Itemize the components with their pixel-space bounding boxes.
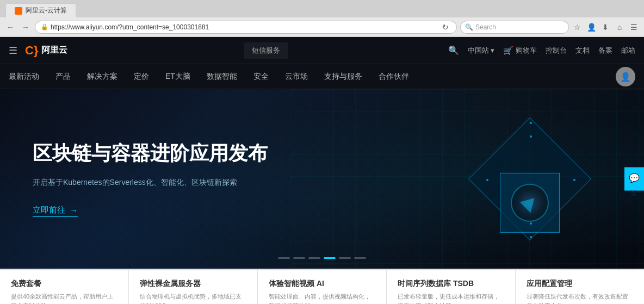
tab-label: 阿里云-云计算 (26, 6, 67, 15)
slide-indicators (278, 257, 366, 259)
dot-top (530, 135, 532, 138)
card-title-free: 免费套餐 (11, 279, 117, 289)
indicator-2[interactable] (293, 257, 305, 259)
browser-actions: 🔍 Search ☆ 👤 ⬇ ⌂ ☰ (460, 21, 640, 34)
card-bare-metal[interactable]: 弹性裸金属服务器 结合物理机与虚拟机优势，多地域已支持8核32C (129, 270, 258, 304)
consult-sidebar[interactable]: 💬 咨询建议 (624, 167, 644, 191)
tab-favicon (15, 7, 22, 15)
backup-link[interactable]: 备案 (598, 46, 612, 55)
search-icon-button[interactable]: 🔍 (448, 45, 459, 55)
nav-item-et[interactable]: ET大脑 (165, 70, 190, 84)
hero-title: 区块链与容器进阶应用发布 (33, 141, 268, 166)
home-button[interactable]: ⌂ (614, 21, 626, 33)
indicator-6[interactable] (354, 257, 366, 259)
active-tab[interactable]: 阿里云-云计算 (5, 3, 76, 17)
sms-service-link[interactable]: 短信服务 (244, 42, 288, 59)
back-button[interactable]: ← (4, 21, 16, 33)
card-title-config: 应用配置管理 (527, 279, 633, 289)
card-title-ai: 体验智能视频 AI (269, 279, 375, 289)
indicator-1[interactable] (278, 257, 290, 259)
circle-center (503, 176, 557, 229)
dot-right (573, 179, 575, 181)
hero-content: 区块链与容器进阶应用发布 开启基于Kubernetes的Serverless化、… (0, 114, 300, 244)
dot-left (486, 179, 488, 181)
site-wrapper: ☰ C} 阿里云 短信服务 🔍 中国站 ▾ 🛒 购物车 控制台 文档 备案 邮箱 (0, 37, 644, 304)
menu-button[interactable]: ☰ (628, 21, 640, 33)
top-navigation: ☰ C} 阿里云 短信服务 🔍 中国站 ▾ 🛒 购物车 控制台 文档 备案 邮箱 (0, 37, 644, 64)
chevron-down-icon: ▾ (491, 46, 494, 54)
indicator-3[interactable] (308, 257, 320, 259)
nav-item-partners[interactable]: 合作伙伴 (379, 70, 409, 84)
person-icon[interactable]: 👤 (585, 21, 597, 33)
nav-item-market[interactable]: 云市场 (285, 70, 308, 84)
nav-item-security[interactable]: 安全 (253, 70, 269, 84)
region-text: 中国站 (468, 46, 489, 55)
download-icon[interactable]: ⬇ (599, 21, 611, 33)
indicator-4-active[interactable] (324, 257, 336, 259)
search-placeholder: Search (475, 23, 496, 31)
consult-icon: 💬 (629, 173, 640, 183)
region-selector[interactable]: 中国站 ▾ (468, 46, 494, 55)
nav-item-products[interactable]: 产品 (55, 70, 71, 84)
triangle-decoration (520, 193, 540, 213)
cart-text: 购物车 (516, 46, 537, 55)
address-text: https://www.aliyun.com/?utm_content=se_1… (51, 23, 438, 31)
address-bar[interactable]: 🔒 https://www.aliyun.com/?utm_content=se… (35, 21, 457, 34)
card-free-bundle[interactable]: 免费套餐 提供40余款高性能云产品，帮助用户上三个实时体验 (0, 270, 129, 304)
hero-3d-decoration (470, 119, 590, 239)
card-title-tsdb: 时间序列数据库 TSDB (398, 279, 504, 289)
hero-subtitle: 开启基于Kubernetes的Serverless化、智能化、区块链新探索 (33, 176, 268, 188)
nav-item-solutions[interactable]: 解决方案 (87, 70, 117, 84)
card-desc-tsdb: 已发布轻量版，更低成本运维和存储，更高效完成聚合计算 (398, 292, 504, 304)
dot-top-ext (530, 122, 532, 124)
card-desc-ai: 智能处理面、内容，提供视频结构化，新闻标签等功能 (269, 292, 375, 304)
secondary-navigation: 最新活动 产品 解决方案 定价 ET大脑 数据智能 安全 云市场 支持与服务 合… (0, 64, 644, 89)
nav-item-pricing[interactable]: 定价 (134, 70, 149, 84)
card-ai-video[interactable]: 体验智能视频 AI 智能处理面、内容，提供视频结构化，新闻标签等功能 (258, 270, 387, 304)
secondary-nav-wrapper: 最新活动 产品 解决方案 定价 ET大脑 数据智能 安全 云市场 支持与服务 合… (0, 64, 644, 89)
nav-item-support[interactable]: 支持与服务 (324, 70, 362, 84)
console-link[interactable]: 控制台 (546, 46, 567, 55)
refresh-button[interactable]: ↻ (440, 22, 451, 33)
search-bar[interactable]: 🔍 Search (460, 21, 569, 34)
mail-link[interactable]: 邮箱 (621, 46, 635, 55)
browser-chrome: 阿里云-云计算 ← → 🔒 https://www.aliyun.com/?ut… (0, 0, 644, 37)
nav-item-data[interactable]: 数据智能 (207, 70, 237, 84)
avatar-image: 👤 (616, 67, 635, 86)
forward-button[interactable]: → (20, 21, 32, 33)
cart-button[interactable]: 🛒 购物车 (503, 46, 537, 55)
top-nav-center: 短信服务 (84, 42, 448, 59)
card-config[interactable]: 应用配置管理 显著降低迭代发布次数，有效改造配置后自动安全分 (516, 270, 644, 304)
hero-cta-button[interactable]: 立即前往 → (33, 205, 78, 217)
search-icon: 🔍 (465, 23, 473, 31)
cart-icon: 🛒 (503, 46, 513, 55)
dot-bottom (530, 222, 532, 225)
logo[interactable]: C} 阿里云 (25, 44, 67, 58)
browser-tabs: 阿里云-云计算 (0, 0, 644, 17)
hamburger-menu[interactable]: ☰ (9, 45, 17, 57)
browser-toolbar: ← → 🔒 https://www.aliyun.com/?utm_conten… (0, 17, 644, 37)
bottom-cards: 免费套餐 提供40余款高性能云产品，帮助用户上三个实时体验 弹性裸金属服务器 结… (0, 269, 644, 304)
dot-bottom-ext (530, 236, 532, 238)
hero-section: 区块链与容器进阶应用发布 开启基于Kubernetes的Serverless化、… (0, 89, 644, 269)
nav-item-activities[interactable]: 最新活动 (9, 70, 39, 84)
card-tsdb[interactable]: 时间序列数据库 TSDB 已发布轻量版，更低成本运维和存储，更高效完成聚合计算 (387, 270, 516, 304)
card-title-bare: 弹性裸金属服务器 (140, 279, 246, 289)
card-desc-config: 显著降低迭代发布次数，有效改造配置后自动安全分 (527, 292, 633, 304)
cta-arrow-icon: → (70, 206, 78, 215)
user-avatar[interactable]: 👤 (616, 67, 635, 86)
card-desc-bare: 结合物理机与虚拟机优势，多地域已支持8核32C (140, 292, 246, 304)
lock-icon: 🔒 (41, 23, 48, 30)
cta-text: 立即前往 (33, 205, 65, 215)
top-nav-right: 🔍 中国站 ▾ 🛒 购物车 控制台 文档 备案 邮箱 (448, 45, 635, 55)
logo-bracket: C} (25, 44, 38, 58)
star-button[interactable]: ☆ (571, 21, 583, 33)
logo-text: 阿里云 (41, 45, 67, 56)
card-desc-free: 提供40余款高性能云产品，帮助用户上三个实时体验 (11, 292, 117, 304)
docs-link[interactable]: 文档 (575, 46, 590, 55)
indicator-5[interactable] (339, 257, 351, 259)
